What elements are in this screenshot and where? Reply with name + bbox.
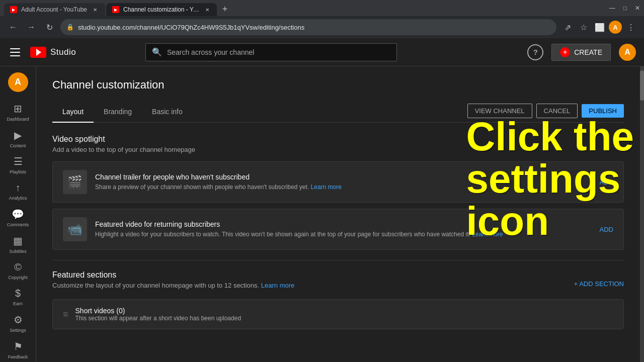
help-button[interactable]: ? <box>527 44 543 60</box>
cancel-button[interactable]: CANCEL <box>536 104 578 118</box>
studio-topnav: Studio 🔍 Search across your channel ? CR… <box>0 38 644 66</box>
create-button[interactable]: CREATE <box>551 44 611 61</box>
browser-toolbar: ← → ↻ 🔒 studio.youtube.com/channel/UCiO7… <box>0 16 644 38</box>
featured-sections-title: Featured sections <box>52 270 294 280</box>
sidebar-label-playlists: Playlists <box>10 169 26 174</box>
video-icon: 📹 <box>67 222 83 236</box>
scrollbar-thumb[interactable] <box>640 70 644 101</box>
sidebar-item-content[interactable]: ▶ Content <box>3 126 33 151</box>
youtube-logo-icon <box>30 47 46 58</box>
browser-actions: ⇗ ☆ ⬜ A ⋮ <box>560 20 638 34</box>
back-button[interactable]: ← <box>6 20 20 34</box>
settings-icon: ⚙ <box>14 314 23 326</box>
search-bar[interactable]: 🔍 Search across your channel <box>145 43 397 61</box>
search-input[interactable]: Search across your channel <box>167 48 255 56</box>
publish-button[interactable]: PUBLISH <box>582 104 624 118</box>
sidebar-label-feedback: Feedback <box>8 354 28 359</box>
tab-close-2[interactable]: ✕ <box>204 6 211 14</box>
bookmark-button[interactable]: ☆ <box>577 20 591 34</box>
sidebar-item-analytics[interactable]: ↑ Analytics <box>3 179 33 204</box>
tab-close-1[interactable]: ✕ <box>91 6 99 14</box>
window-controls: — □ ✕ <box>609 5 640 12</box>
sidebar-item-feedback[interactable]: ⚑ Feedback <box>3 337 33 362</box>
channel-trailer-title: Channel trailer for people who haven't s… <box>95 173 592 181</box>
featured-video-text: Featured video for returning subscribers… <box>95 220 592 239</box>
tab-basic-info[interactable]: Basic info <box>142 102 193 123</box>
sidebar-avatar[interactable]: A <box>8 72 28 92</box>
lock-icon: 🔒 <box>66 24 74 31</box>
comments-icon: 💬 <box>12 208 24 220</box>
featured-video-desc: Highlight a video for your subscribers t… <box>95 230 592 239</box>
playlists-icon: ☰ <box>14 155 23 167</box>
sidebar-item-copyright[interactable]: © Copyright <box>3 258 33 283</box>
page-title: Channel customization <box>52 78 624 92</box>
tab-favicon-2: ▶ <box>112 6 119 13</box>
short-videos-text: Short videos (0) This section will appea… <box>75 307 242 322</box>
browser-tabs: ▶ Adult Account - YouTube ✕ ▶ Channel cu… <box>4 0 232 16</box>
channel-trailer-add-button[interactable]: ADD <box>600 178 613 186</box>
close-button[interactable]: ✕ <box>635 5 640 12</box>
featured-video-add-button[interactable]: ADD <box>600 226 613 233</box>
add-section-button[interactable]: + ADD SECTION <box>574 280 624 288</box>
browser-profile-avatar[interactable]: A <box>609 21 622 34</box>
sidebar-item-playlists[interactable]: ☰ Playlists <box>3 153 33 177</box>
tab-layout[interactable]: Layout <box>52 102 94 123</box>
earn-icon: $ <box>15 288 21 299</box>
tab-favicon-1: ▶ <box>10 6 17 13</box>
sidebar-item-dashboard[interactable]: ⊞ Dashboard <box>3 100 33 125</box>
forward-button[interactable]: → <box>24 20 38 34</box>
video-spotlight-title: Video spotlight <box>52 135 624 144</box>
maximize-button[interactable]: □ <box>623 5 627 12</box>
channel-trailer-learn-more[interactable]: Learn more <box>311 184 342 191</box>
subtitles-icon: ▦ <box>13 235 23 247</box>
browser-tab-2[interactable]: ▶ Channel customization - YouTu... ✕ <box>106 3 217 16</box>
short-videos-subtitle: This section will appear after a short v… <box>75 315 242 322</box>
short-videos-title: Short videos (0) <box>75 307 242 315</box>
search-icon: 🔍 <box>152 47 162 57</box>
section-divider <box>52 260 624 260</box>
featured-video-learn-more[interactable]: Learn more <box>472 231 503 238</box>
sidebar-label-earn: Earn <box>13 301 23 306</box>
sidebar-label-copyright: Copyright <box>8 275 28 280</box>
tabs-left: Layout Branding Basic info <box>52 102 467 122</box>
minimize-button[interactable]: — <box>609 5 615 12</box>
address-bar[interactable]: 🔒 studio.youtube.com/channel/UCiO79QhZc4… <box>60 19 556 35</box>
sidebar-item-comments[interactable]: 💬 Comments <box>3 206 33 230</box>
browser-chrome: ▶ Adult Account - YouTube ✕ ▶ Channel cu… <box>0 0 644 38</box>
more-options-button[interactable]: ⋮ <box>624 20 638 34</box>
featured-video-card: 📹 Featured video for returning subscribe… <box>52 209 624 250</box>
featured-video-title: Featured video for returning subscribers <box>95 220 592 228</box>
tabs-bar: Layout Branding Basic info VIEW CHANNEL … <box>52 102 624 123</box>
channel-trailer-desc: Share a preview of your channel shown wi… <box>95 183 592 192</box>
sidebar-label-dashboard: Dashboard <box>7 117 29 122</box>
sidebar-label-analytics: Analytics <box>9 196 27 201</box>
studio-brand-text: Studio <box>50 47 76 57</box>
hamburger-menu-button[interactable] <box>8 45 22 59</box>
extensions-button[interactable]: ⬜ <box>593 20 607 34</box>
refresh-button[interactable]: ↻ <box>42 20 56 34</box>
sidebar-item-earn[interactable]: $ Earn <box>3 285 33 309</box>
scrollbar-track[interactable] <box>640 66 644 362</box>
drag-handle-icon[interactable]: ≡ <box>63 309 68 320</box>
sidebar-label-settings: Settings <box>10 328 26 333</box>
browser-tab-1[interactable]: ▶ Adult Account - YouTube ✕ <box>4 3 105 16</box>
cast-button[interactable]: ⇗ <box>560 20 575 34</box>
studio-main: A ⊞ Dashboard ▶ Content ☰ Playlists ↑ An… <box>0 66 644 362</box>
channel-trailer-text: Channel trailer for people who haven't s… <box>95 173 592 192</box>
tab-branding[interactable]: Branding <box>94 102 142 123</box>
sidebar-label-comments: Comments <box>7 222 29 227</box>
short-videos-card: ≡ Short videos (0) This section will app… <box>52 299 624 329</box>
create-label: CREATE <box>574 48 602 56</box>
featured-sections-learn-more[interactable]: Learn more <box>261 282 294 289</box>
sidebar-item-subtitles[interactable]: ▦ Subtitles <box>3 232 33 256</box>
url-text: studio.youtube.com/channel/UCiO79QhZc4HW… <box>78 24 550 31</box>
studio-content: Channel customization Layout Branding Ba… <box>36 66 640 362</box>
profile-avatar[interactable]: A <box>619 44 636 61</box>
studio-logo[interactable]: Studio <box>30 47 76 58</box>
analytics-icon: ↑ <box>16 182 21 194</box>
sidebar-item-settings[interactable]: ⚙ Settings <box>3 311 33 336</box>
tab-add-button[interactable]: + <box>218 2 232 16</box>
sidebar-label-subtitles: Subtitles <box>9 249 27 254</box>
view-channel-button[interactable]: VIEW CHANNEL <box>467 104 532 118</box>
studio-sidebar: A ⊞ Dashboard ▶ Content ☰ Playlists ↑ An… <box>0 66 36 362</box>
